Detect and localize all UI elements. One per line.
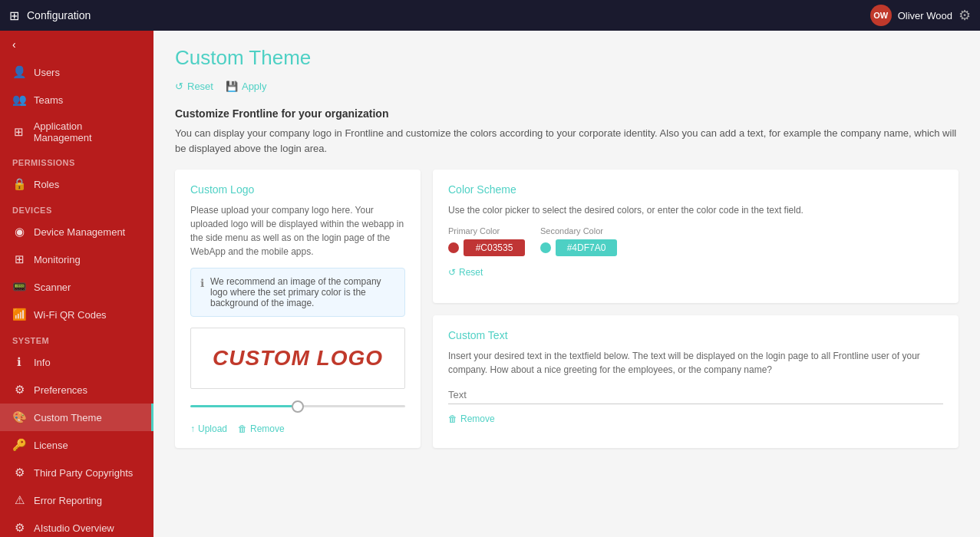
cards-row: Custom Logo Please upload your company l… [175,170,959,448]
sidebar-label-third-party: Third Party Copyrights [34,467,133,479]
topbar: ⊞ Configuration OW Oliver Wood ⚙ [0,0,980,31]
users-icon: 👤 [12,65,26,79]
wifi-icon: 📶 [12,308,26,321]
sidebar-item-custom-theme[interactable]: 🎨 Custom Theme [0,404,153,431]
sidebar-label-teams: Teams [34,94,63,106]
sidebar-label-license: License [34,440,68,451]
monitoring-icon: ⊞ [12,252,26,266]
upload-icon: ↑ [190,423,195,434]
sidebar-item-scanner[interactable]: 📟 Scanner [0,273,153,301]
sidebar-label-aistudio: AIstudio Overview [34,522,114,534]
sidebar-label-info: Info [34,357,51,368]
sidebar-label-preferences: Preferences [34,384,87,396]
sidebar-item-monitoring[interactable]: ⊞ Monitoring [0,245,153,273]
intro-title: Customize Frontline for your organizatio… [175,107,959,120]
sidebar-item-license[interactable]: 🔑 License [0,431,153,459]
grid-icon[interactable]: ⊞ [9,8,19,23]
main-content: Custom Theme ↺ Reset 💾 Apply Customize F… [153,31,980,537]
logo-remove-button[interactable]: 🗑 Remove [238,423,285,434]
third-party-icon: ⚙ [12,466,26,479]
devices-section-label: DEVICES [0,198,153,218]
apply-button[interactable]: 💾 Apply [226,81,267,92]
user-avatar: OW [870,5,892,26]
system-section-label: SYSTEM [0,328,153,348]
sidebar-item-users[interactable]: 👤 Users [0,58,153,86]
color-card-title: Color Scheme [448,183,943,196]
topbar-right: OW Oliver Wood ⚙ [870,5,971,26]
right-column: Color Scheme Use the color picker to sel… [433,170,959,448]
license-icon: 🔑 [12,438,26,452]
color-reset-icon: ↺ [448,267,456,278]
sidebar-item-error-reporting[interactable]: ⚠ Error Reporting [0,486,153,514]
intro-desc: You can display your company logo in Fro… [175,126,959,156]
sidebar-item-preferences[interactable]: ⚙ Preferences [0,376,153,404]
secondary-color-group: Secondary Color [540,226,617,256]
sidebar: ‹ 👤 Users 👥 Teams ⊞ Application Manageme… [0,31,153,537]
primary-color-input-row [448,239,525,256]
preferences-icon: ⚙ [12,383,26,397]
aistudio-icon: ⚙ [12,521,26,535]
color-card: Color Scheme Use the color picker to sel… [433,170,959,303]
text-remove-icon: 🗑 [448,413,457,424]
text-card-actions: 🗑 Remove [448,413,943,424]
sidebar-item-teams[interactable]: 👥 Teams [0,86,153,114]
reset-icon: ↺ [175,81,183,92]
logo-preview: CUSTOM LOGO [190,328,405,389]
topbar-left: ⊞ Configuration [9,8,91,23]
sidebar-label-wifi: Wi-Fi QR Codes [34,309,107,321]
info-icon: ℹ [12,355,26,369]
logo-card-actions: ↑ Upload 🗑 Remove [190,423,405,434]
sidebar-label-scanner: Scanner [34,282,71,293]
active-indicator [151,404,153,431]
app-title: Configuration [27,9,91,21]
text-card-desc: Insert your desired text in the textfiel… [448,349,943,377]
custom-text-input[interactable] [448,386,943,404]
user-settings-icon[interactable]: ⚙ [959,7,971,24]
teams-icon: 👥 [12,93,26,107]
sidebar-back-button[interactable]: ‹ [0,31,153,58]
roles-icon: 🔒 [12,177,26,191]
color-card-desc: Use the color picker to select the desir… [448,203,943,217]
sidebar-item-device-management[interactable]: ◉ Device Management [0,218,153,245]
secondary-color-input[interactable] [556,239,617,256]
page-title: Custom Theme [175,46,959,70]
remove-icon: 🗑 [238,423,247,434]
secondary-color-label: Secondary Color [540,226,617,236]
sidebar-label-device-mgmt: Device Management [34,226,125,238]
text-card-title: Custom Text [448,329,943,341]
sidebar-label-custom-theme: Custom Theme [34,412,102,423]
logo-card: Custom Logo Please upload your company l… [175,170,421,448]
sidebar-item-roles[interactable]: 🔒 Roles [0,170,153,198]
sidebar-item-aistudio[interactable]: ⚙ AIstudio Overview [0,514,153,537]
reset-button[interactable]: ↺ Reset [175,81,213,92]
text-remove-button[interactable]: 🗑 Remove [448,413,495,424]
sidebar-item-third-party[interactable]: ⚙ Third Party Copyrights [0,459,153,486]
primary-color-input[interactable] [464,239,525,256]
primary-color-group: Primary Color [448,226,525,256]
scanner-icon: 📟 [12,280,26,294]
color-reset-button[interactable]: ↺ Reset [448,267,483,278]
custom-theme-icon: 🎨 [12,410,26,424]
sidebar-label-error-reporting: Error Reporting [34,495,102,506]
upload-button[interactable]: ↑ Upload [190,423,227,434]
device-mgmt-icon: ◉ [12,225,26,239]
toolbar: ↺ Reset 💾 Apply [175,81,959,92]
sidebar-item-wifi-qr[interactable]: 📶 Wi-Fi QR Codes [0,301,153,328]
logo-card-desc: Please upload your company logo here. Yo… [190,203,405,259]
primary-color-label: Primary Color [448,226,525,236]
sidebar-label-monitoring: Monitoring [34,254,81,265]
logo-slider-container [190,395,405,413]
logo-preview-text: CUSTOM LOGO [213,346,383,371]
sidebar-label-roles: Roles [34,179,59,190]
primary-color-dot [448,242,459,253]
sidebar-label-app-mgmt: Application Management [34,120,141,143]
sidebar-item-info[interactable]: ℹ Info [0,348,153,376]
app-management-icon: ⊞ [12,125,26,139]
sidebar-item-app-management[interactable]: ⊞ Application Management [0,114,153,150]
apply-icon: 💾 [226,81,238,92]
error-reporting-icon: ⚠ [12,493,26,507]
info-box-icon: ℹ [200,277,204,289]
secondary-color-dot [540,242,551,253]
logo-size-slider[interactable] [190,405,405,407]
secondary-color-input-row [540,239,617,256]
